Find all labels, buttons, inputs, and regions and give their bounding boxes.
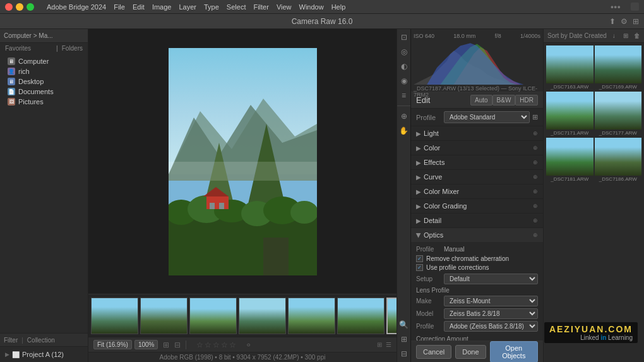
sidebar-item-computer[interactable]: 🖥 Computer	[0, 56, 88, 66]
filmstrip: ··· ⬇	[88, 294, 397, 337]
thumb-item-3[interactable]: _DSC7171.ARW	[546, 92, 593, 136]
tool-divider	[397, 106, 410, 106]
sort-direction-icon[interactable]: ↓	[612, 32, 616, 39]
filmstrip-item-5[interactable]	[288, 298, 335, 334]
share-icon[interactable]: ⬆	[609, 17, 616, 26]
menu-edit[interactable]: Edit	[133, 3, 145, 11]
list-view-icon[interactable]: ☰	[386, 341, 391, 348]
grid-view-icon[interactable]: ⊞	[377, 341, 382, 348]
section-detail[interactable]: ▶ Detail ⊕	[411, 214, 543, 228]
compare-tool[interactable]: ⊞	[398, 334, 410, 345]
menu-image[interactable]: Image	[152, 3, 172, 11]
thumb-name-3: _DSC7171.ARW	[546, 130, 593, 136]
filmstrip-item-1[interactable]	[91, 298, 138, 334]
model-select[interactable]: Zeiss Batis 2.8/18	[444, 308, 538, 319]
zoom-percent-btn[interactable]: 100%	[134, 340, 158, 349]
setup-select[interactable]: Default	[444, 274, 538, 284]
bc-computer[interactable]: Computer	[4, 32, 32, 39]
section-colormixer[interactable]: ▶ Color Mixer ⊕	[411, 184, 543, 199]
filmstrip-item-2[interactable]	[140, 298, 188, 334]
grid-tool[interactable]: ⊟	[398, 348, 410, 359]
section-colorgrading[interactable]: ▶ Color Grading ⊕	[411, 199, 543, 214]
menu-view[interactable]: View	[277, 3, 292, 11]
label-badge[interactable]: ○	[246, 341, 250, 348]
bc-folder[interactable]: Ma...	[39, 32, 52, 39]
profile-browse-icon[interactable]: ⊞	[532, 113, 538, 121]
menu-file[interactable]: File	[114, 3, 125, 11]
redeye-tool[interactable]: ◉	[398, 75, 410, 87]
filmstrip-item-6[interactable]	[337, 298, 385, 334]
menu-type[interactable]: Type	[204, 3, 219, 11]
maximize-button[interactable]	[27, 3, 34, 11]
hand-tool[interactable]: ✋	[398, 125, 410, 136]
optics-header[interactable]: ▶ Optics ⊕	[411, 228, 543, 242]
model-label: Model	[416, 310, 441, 317]
sidebar-item-documents[interactable]: 📄 Documents	[0, 87, 88, 97]
filter-label[interactable]: Filter	[4, 337, 18, 344]
camera-raw-right: ⊡ ◎ ◐ ◉ ≡ ⊕ ✋ 🔍 ⊞ ⊟ ISO 640 18.0 mm f/8	[397, 29, 644, 362]
lens-profile-select[interactable]: Adobe (Zeiss Batis 2.8/18)	[444, 321, 538, 332]
menu-help[interactable]: Help	[331, 3, 346, 11]
filmstrip-item-4[interactable]	[239, 298, 286, 334]
done-button[interactable]: Done	[455, 345, 486, 359]
section-effects[interactable]: ▶ Effects ⊕	[411, 155, 543, 170]
section-curve[interactable]: ▶ Curve ⊕	[411, 170, 543, 184]
presets-tool[interactable]: ≡	[398, 90, 410, 101]
sidebar-item-pictures[interactable]: 🖼 Pictures	[0, 97, 88, 107]
profile-corrections-checkbox[interactable]	[416, 264, 423, 271]
open-objects-button[interactable]: Open Objects	[490, 341, 538, 363]
view-icon[interactable]: ⊞	[163, 341, 169, 349]
menu-window[interactable]: Window	[299, 3, 324, 11]
menu-app[interactable]: Adobe Bridge 2024	[47, 3, 106, 11]
eyedropper-tool[interactable]: 🔍	[398, 319, 410, 330]
checkbox-chromatic[interactable]: Remove chromatic aberration	[416, 255, 538, 262]
section-light[interactable]: ▶ Light ⊕	[411, 126, 543, 141]
profile-select[interactable]: Adobe Standard	[444, 111, 530, 123]
checkbox-profile-corrections[interactable]: Use profile corrections	[416, 264, 538, 271]
fav-label-desktop: Desktop	[18, 78, 44, 85]
thumb-item-2[interactable]: _DSC7169.ARW	[595, 45, 642, 90]
menu-select[interactable]: Select	[227, 3, 246, 11]
heal-tool[interactable]: ◎	[398, 46, 410, 57]
crop-tool[interactable]: ⊡	[398, 32, 410, 43]
aperture-value: f/8	[495, 33, 501, 39]
delete-icon[interactable]: 🗑	[634, 32, 640, 39]
fit-zoom-btn[interactable]: Fit (16.9%)	[93, 340, 132, 349]
optics-content: Profile Manual Remove chromatic aberrati…	[411, 242, 543, 341]
settings-icon[interactable]: ⚙	[621, 17, 628, 26]
star-3[interactable]: ☆	[213, 341, 220, 349]
cancel-button[interactable]: Cancel	[416, 345, 451, 359]
view-options-icon[interactable]: ⊞	[623, 32, 628, 39]
minimize-button[interactable]	[16, 3, 23, 11]
expand-icon[interactable]: ⊞	[633, 17, 639, 26]
collection-item-project-a[interactable]: ▶ ⬜ Project A (12)	[0, 349, 88, 359]
menu-filter[interactable]: Filter	[253, 3, 268, 11]
main-layout: Computer > Ma... Favorites | Folders 🖥 C…	[0, 29, 644, 362]
star-2[interactable]: ☆	[205, 341, 212, 349]
chromatic-checkbox[interactable]	[416, 255, 423, 262]
sidebar-item-rich[interactable]: 👤 rich	[0, 66, 88, 76]
optics-profile-value: Manual	[444, 246, 465, 253]
menu-layer[interactable]: Layer	[179, 3, 196, 11]
close-button[interactable]	[5, 3, 13, 11]
thumb-item-4[interactable]: _DSC7177.ARW	[595, 92, 642, 136]
filter-icon[interactable]: ⊟	[174, 341, 181, 349]
section-color[interactable]: ▶ Color ⊕	[411, 141, 543, 155]
sidebar-item-desktop[interactable]: 🖥 Desktop	[0, 76, 88, 87]
filmstrip-item-3[interactable]	[189, 298, 237, 334]
computer-icon: 🖥	[8, 57, 15, 65]
preferences-icon[interactable]	[631, 3, 639, 11]
thumb-item-1[interactable]: _DSC7163.ARW	[546, 45, 593, 90]
main-image-view[interactable]	[88, 29, 397, 294]
star-5[interactable]: ☆	[229, 341, 236, 349]
mask-tool[interactable]: ◐	[398, 61, 410, 72]
star-1[interactable]: ☆	[196, 341, 203, 349]
filmstrip-item-7-selected[interactable]: ··· ⬇	[386, 298, 397, 334]
star-4[interactable]: ☆	[221, 341, 228, 349]
thumb-item-5[interactable]: _DSC7181.ARW	[546, 138, 593, 183]
collection-label[interactable]: Collection	[27, 337, 55, 344]
star-rating[interactable]: ☆ ☆ ☆ ☆ ☆	[196, 341, 236, 349]
zoom-tool[interactable]: ⊕	[398, 111, 410, 122]
make-select[interactable]: Zeiss E-Mount	[444, 296, 538, 306]
thumb-item-6[interactable]: _DSC7186.ARW	[595, 138, 642, 183]
